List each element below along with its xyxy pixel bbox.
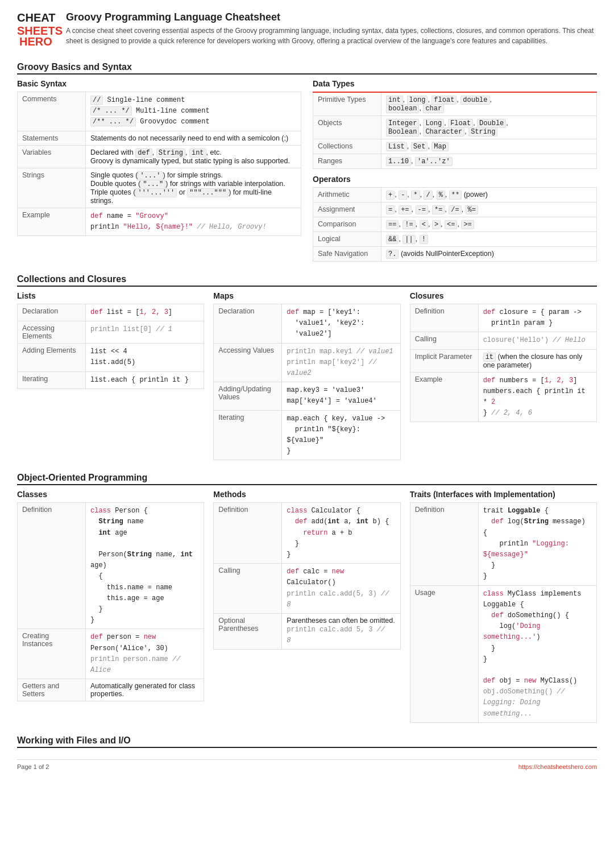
table-row: Ranges 1..10, 'a'..'z' [313,154,597,169]
traits-table: Definition trait Loggable { def log(Stri… [410,502,597,723]
label-comments: Comments [18,92,86,131]
content-statements: Statements do not necessarily need to en… [86,131,301,145]
label-objects: Objects [313,116,381,139]
content-list-access: println list[0] // 1 [86,321,204,344]
methods-panel: Methods Definition class Calculator { de… [213,490,400,728]
label-method-def: Definition [214,503,282,564]
label-logical: Logical [313,232,381,247]
label-trait-usage: Usage [410,585,478,722]
label-map-iterate: Iterating [214,410,282,460]
page-description: A concise cheat sheet covering essential… [66,26,597,46]
content-closure-def: def closure = { param -> println param } [478,304,596,332]
datatypes-operators-panel: Data Types Primitive Types int, long, fl… [313,79,597,266]
table-row: Accessing Elements println list[0] // 1 [18,321,204,344]
content-map-access: println map.key1 // value1 println map['… [282,343,400,382]
table-row: Calling def calc = new Calculator() prin… [214,564,400,614]
lists-table: Declaration def list = [1, 2, 3] Accessi… [17,304,204,389]
label-map-decl: Declaration [214,304,282,344]
table-row: Assignment =, +=, -=, *=, /=, %= [313,202,597,217]
table-row: Adding/Updating Values map.key3 = 'value… [214,382,400,410]
table-row: Strings Single quotes ('...') for simple… [18,168,301,208]
table-row: Example def numbers = [1, 2, 3] numbers.… [410,372,596,422]
label-list-access: Accessing Elements [18,321,86,344]
table-row: Logical &&, ||, ! [313,232,597,247]
table-row: Definition class Calculator { def add(in… [214,503,400,564]
content-optional-parens: Parentheses can often be omitted. printl… [282,613,400,649]
header-text: Groovy Programming Language Cheatsheet A… [66,11,597,46]
content-closure-implicit: it (when the closure has only one parame… [478,349,596,372]
table-row: Creating Instances def person = new Pers… [18,629,204,679]
table-row: Definition def closure = { param -> prin… [410,304,596,332]
label-strings: Strings [18,168,86,208]
table-row: Accessing Values println map.key1 // val… [214,343,400,382]
table-row: Objects Integer, Long, Float, Double, Bo… [313,116,597,139]
section-collections: Collections and Closures [17,274,597,287]
maps-header: Maps [213,291,400,300]
traits-panel: Traits (Interfaces with Implementation) … [410,490,597,728]
label-example: Example [18,208,86,235]
label-assignment: Assignment [313,202,381,217]
table-row: Arithmetic +, -, *, /, %, ** (power) [313,188,597,202]
label-class-def: Definition [18,503,86,629]
label-statements: Statements [18,131,86,145]
table-row: Example def name = "Groovy" println "Hel… [18,208,301,235]
closures-header: Closures [410,291,597,300]
table-row: Collections List, Set, Map [313,139,597,154]
content-primitive: int, long, float, double, boolean, char [381,92,597,116]
footer-link[interactable]: https://cheatsheetshero.com [518,763,597,770]
label-closure-def: Definition [410,304,478,332]
content-class-instance: def person = new Person('Alice', 30) pri… [86,629,204,679]
label-list-decl: Declaration [18,304,86,321]
content-trait-def: trait Loggable { def log(String message)… [478,503,596,585]
section-basics: Groovy Basics and Syntax [17,62,597,75]
basic-syntax-header: Basic Syntax [17,79,301,88]
content-closure-example: def numbers = [1, 2, 3] numbers.each { p… [478,372,596,422]
classes-panel: Classes Definition class Person { String… [17,490,204,728]
oop-layout: Classes Definition class Person { String… [17,490,597,728]
content-class-getset: Automatically generated for class proper… [86,679,204,701]
label-class-getset: Getters and Setters [18,679,86,701]
table-row: Statements Statements do not necessarily… [18,131,301,145]
label-optional-parens: Optional Parentheses [214,613,282,649]
label-variables: Variables [18,145,86,168]
lists-panel: Lists Declaration def list = [1, 2, 3] A… [17,291,204,465]
logo-cheat: CHEAT [17,11,55,24]
content-collections-types: List, Set, Map [381,139,597,154]
content-map-update: map.key3 = 'value3' map['key4'] = 'value… [282,382,400,410]
table-row: Declaration def list = [1, 2, 3] [18,304,204,321]
collections-layout: Lists Declaration def list = [1, 2, 3] A… [17,291,597,465]
traits-header: Traits (Interfaces with Implementation) [410,490,597,499]
logo: CHEAT SHEETS HERO [17,11,57,36]
label-closure-implicit: Implicit Parameter [410,349,478,372]
label-map-access: Accessing Values [214,343,282,382]
label-method-calling: Calling [214,564,282,614]
content-example: def name = "Groovy" println "Hello, ${na… [86,208,301,235]
table-row: Declaration def map = ['key1': 'value1',… [214,304,400,344]
content-map-decl: def map = ['key1': 'value1', 'key2': 'va… [282,304,400,344]
table-row: Iterating map.each { key, value -> print… [214,410,400,460]
basic-syntax-table: Comments // Single-line comment /* ... *… [17,92,301,236]
label-closure-example: Example [410,372,478,422]
lists-header: Lists [17,291,204,300]
page-footer: Page 1 of 2 https://cheatsheetshero.com [17,759,597,770]
content-class-def: class Person { String name int age Perso… [86,503,204,629]
content-list-decl: def list = [1, 2, 3] [86,304,204,321]
content-list-iterate: list.each { println it } [86,371,204,388]
content-assignment: =, +=, -=, *=, /=, %= [381,202,597,217]
content-comments: // Single-line comment /* ... */ Multi-l… [86,92,301,131]
closures-table: Definition def closure = { param -> prin… [410,304,597,422]
content-arithmetic: +, -, *, /, %, ** (power) [381,188,597,202]
content-list-add: list << 4 list.add(5) [86,344,204,371]
label-class-instance: Creating Instances [18,629,86,679]
data-types-header: Data Types [313,79,597,88]
operators-header: Operators [313,175,597,184]
content-method-calling: def calc = new Calculator() println calc… [282,564,400,614]
table-row: Usage class MyClass implements Loggable … [410,585,596,722]
label-primitive: Primitive Types [313,92,381,116]
content-safe-nav: ?. (avoids NullPointerException) [381,247,597,262]
page-header: CHEAT SHEETS HERO Groovy Programming Lan… [17,11,597,52]
label-map-update: Adding/Updating Values [214,382,282,410]
label-ranges: Ranges [313,154,381,169]
content-comparison: ==, !=, <, >, <=, >= [381,217,597,232]
basic-syntax-panel: Basic Syntax Comments // Single-line com… [17,79,301,266]
